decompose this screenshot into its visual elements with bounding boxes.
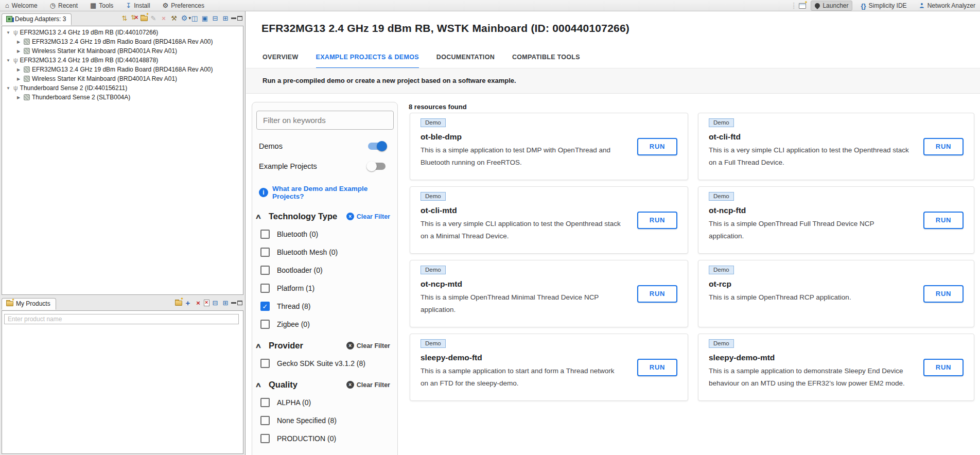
expander-icon[interactable]: ▶ [15,49,22,54]
run-button[interactable]: RUN [923,359,964,376]
install-menu-item[interactable]: ↧Install [126,2,150,9]
run-button[interactable]: RUN [637,359,677,376]
collapse-all-icon[interactable]: ⊟ [211,14,220,22]
clear-filter-provider[interactable]: × Clear Filter [346,342,390,349]
collapse-all-icon[interactable]: ⊟ [211,299,220,307]
filter-option[interactable]: Gecko SDK Suite v3.1.2 (8) [260,358,397,369]
run-button[interactable]: RUN [923,138,964,155]
rename-icon[interactable]: ✎ [149,14,158,22]
expander-icon[interactable]: ▶ [15,77,22,81]
run-button[interactable]: RUN [637,138,677,155]
filter-option[interactable]: Zigbee (0) [260,319,397,329]
run-button[interactable]: RUN [637,285,677,303]
checkbox[interactable] [260,416,270,425]
new-folder-icon[interactable] [175,301,182,306]
expand-all-icon[interactable]: ⊞ [221,299,230,307]
debug-adapters-tab[interactable]: Debug Adapters: 3 [2,13,72,25]
tab-example-projects-demos[interactable]: EXAMPLE PROJECTS & DEMOS [316,54,419,69]
remove-product-icon[interactable]: × [194,299,203,307]
chevron-up-icon[interactable]: ∧ [255,381,265,389]
my-products-tab[interactable]: My Products [2,298,56,310]
collapse-expander-icon[interactable]: ▼ [5,86,11,91]
delete-icon[interactable]: × [159,14,168,22]
demos-toggle-row: Demos [259,140,387,152]
chevron-up-icon[interactable]: ∧ [255,213,265,220]
tree-row-label: Thunderboard Sense 2 (ID:440156211) [20,84,128,92]
perspective-simplicity-ide[interactable]: {} Simplicity IDE [857,1,910,11]
checkbox[interactable]: ✓ [260,302,270,311]
connect-icon[interactable]: ⇅ [120,14,129,22]
demo-info-link[interactable]: i What are Demo and Example Projects? [259,185,397,200]
checkbox[interactable] [260,248,270,257]
maximize-icon[interactable] [237,16,242,21]
expand-all-icon[interactable]: ⊞ [221,14,230,22]
tree-row[interactable]: ▶Wireless Starter Kit Mainboard (BRD4001… [2,46,243,56]
checkbox[interactable] [260,398,270,407]
tree-row[interactable]: ▼ψEFR32MG13 2.4 GHz 19 dBm RB (ID:440148… [2,56,243,65]
settings-gear-icon[interactable] [180,14,189,22]
tree-row[interactable]: ▼ψThunderboard Sense 2 (ID:440156211) [2,83,243,93]
welcome-menu-item[interactable]: ⌂Welcome [5,2,38,9]
filter-option[interactable]: ALPHA (0) [260,397,397,408]
run-button[interactable]: RUN [923,212,964,229]
filter-option[interactable]: Bluetooth (0) [260,229,397,239]
expander-icon[interactable]: ▶ [15,95,22,100]
checkbox[interactable] [260,284,270,293]
tree-row[interactable]: ▶EFR32MG13 2.4 GHz 19 dBm Radio Board (B… [2,65,243,74]
filter-option[interactable]: PRODUCTION (0) [260,433,397,444]
checkbox[interactable] [260,230,270,239]
resource-card: Demosleepy-demo-mtdThis is a sample appl… [698,334,974,401]
checkbox[interactable] [260,266,270,275]
example-projects-toggle[interactable] [368,163,386,170]
checkbox[interactable] [260,434,270,443]
tree-row[interactable]: ▶EFR32MG13 2.4 GHz 19 dBm Radio Board (B… [2,37,243,46]
table-view-icon[interactable]: ◫ [190,14,199,22]
tree-row[interactable]: ▼ψEFR32MG13 2.4 GHz 19 dBm RB (ID:440107… [2,28,243,37]
card-description: This is a very simple CLI application to… [421,218,622,242]
recent-menu-item[interactable]: ◷Recent [50,2,78,9]
expander-icon[interactable]: ▶ [15,40,22,44]
tree-row[interactable]: ▶Thunderboard Sense 2 (SLTB004A) [2,93,243,102]
debug-adapters-body: ▼ψEFR32MG13 2.4 GHz 19 dBm RB (ID:440107… [2,26,243,295]
new-group-icon[interactable] [141,16,148,21]
clone-view-icon[interactable]: ▣ [200,14,209,22]
clear-filter-quality[interactable]: × Clear Filter [346,381,390,389]
open-perspective-icon[interactable] [799,3,806,9]
perspective-launcher[interactable]: Launcher [811,1,852,11]
adapter-chip-icon [6,16,12,22]
filter-option[interactable]: Platform (1) [260,283,397,293]
filter-option[interactable]: ✓Thread (8) [260,301,397,311]
remove-all-icon[interactable] [204,300,209,306]
run-button[interactable]: RUN [637,212,677,229]
keyword-filter-input[interactable] [256,111,394,130]
tree-row[interactable]: ▶Wireless Starter Kit Mainboard (BRD4001… [2,74,243,83]
disconnect-icon[interactable] [130,14,139,22]
collapse-expander-icon[interactable]: ▼ [5,58,11,63]
add-product-icon[interactable]: + [183,299,192,307]
maximize-icon[interactable] [237,301,242,305]
demo-badge: Demo [421,266,446,274]
minimize-icon[interactable] [231,18,236,22]
minimize-icon[interactable] [231,302,236,306]
clear-filter-technology-type[interactable]: × Clear Filter [346,213,390,220]
tab-documentation[interactable]: DOCUMENTATION [436,54,495,69]
expander-icon[interactable]: ▶ [15,67,22,72]
checkbox[interactable] [260,320,270,329]
preferences-menu-item[interactable]: ⚙Preferences [163,2,204,9]
tab-compatible-tools[interactable]: COMPATIBLE TOOLS [512,54,580,69]
perspective-network-analyzer[interactable]: Network Analyzer [915,1,979,10]
checkbox[interactable] [260,359,270,368]
resource-card: Demoot-ncp-ftdThis is a simple OpenThrea… [698,186,974,254]
chevron-up-icon[interactable]: ∧ [255,342,265,349]
collapse-expander-icon[interactable]: ▼ [5,30,11,35]
demos-toggle[interactable] [368,143,386,150]
filter-option[interactable]: Bootloader (0) [260,265,397,275]
product-name-input[interactable] [4,314,239,324]
device-tools-icon[interactable]: ⚒ [169,14,179,22]
card-description: This is a simple application to test DMP… [421,144,622,169]
filter-option[interactable]: None Specified (8) [260,415,397,426]
run-button[interactable]: RUN [923,285,964,303]
tab-overview[interactable]: OVERVIEW [262,54,299,69]
tools-menu-item[interactable]: ▦Tools [90,2,113,9]
filter-option[interactable]: Bluetooth Mesh (0) [260,247,397,257]
